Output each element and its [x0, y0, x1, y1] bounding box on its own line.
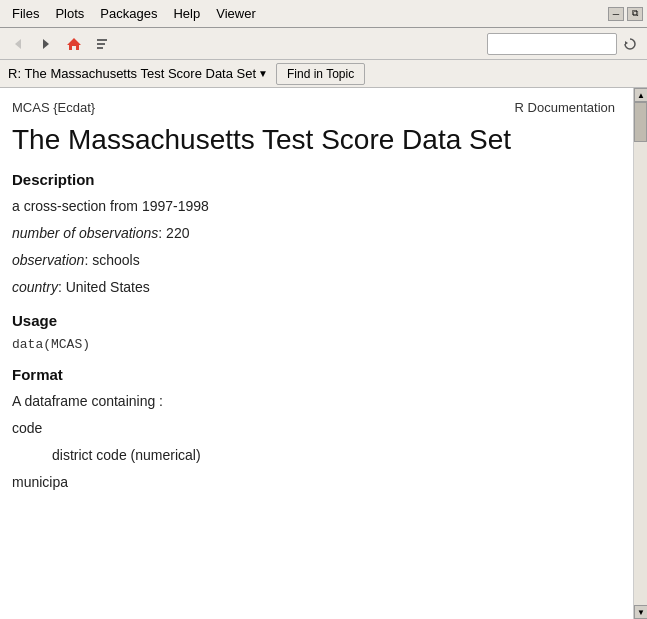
- description-value-observation: : schools: [84, 252, 139, 268]
- format-field2-name: municipa: [12, 472, 615, 493]
- doc-title: The Massachusetts Test Score Data Set: [12, 123, 615, 157]
- usage-heading: Usage: [12, 312, 615, 329]
- description-label-observations: number of observations: [12, 225, 158, 241]
- description-line4: country: United States: [12, 277, 615, 298]
- refresh-button[interactable]: [619, 33, 641, 55]
- svg-rect-5: [97, 47, 103, 49]
- scroll-thumb[interactable]: [634, 102, 647, 142]
- description-label-observation: observation: [12, 252, 84, 268]
- find-topic-button[interactable]: Find in Topic: [276, 63, 365, 85]
- svg-rect-3: [97, 39, 107, 41]
- restore-button[interactable]: ⧉: [627, 7, 643, 21]
- description-label-country: country: [12, 279, 58, 295]
- description-line3: observation: schools: [12, 250, 615, 271]
- doc-header-row: MCAS {Ecdat} R Documentation: [12, 100, 615, 115]
- format-heading: Format: [12, 366, 615, 383]
- menu-viewer[interactable]: Viewer: [208, 4, 264, 23]
- description-heading: Description: [12, 171, 615, 188]
- scrollbar: ▲ ▼: [633, 88, 647, 619]
- svg-marker-2: [67, 38, 81, 50]
- window-controls: ─ ⧉: [608, 7, 643, 21]
- location-bar: R: The Massachusetts Test Score Data Set…: [0, 60, 647, 88]
- current-location: R: The Massachusetts Test Score Data Set: [8, 66, 256, 81]
- search-input[interactable]: [487, 33, 617, 55]
- search-area: [487, 33, 641, 55]
- doc-package-ref: MCAS {Ecdat}: [12, 100, 95, 115]
- usage-code: data(MCAS): [12, 337, 615, 352]
- scroll-up-button[interactable]: ▲: [634, 88, 647, 102]
- svg-marker-0: [15, 39, 21, 49]
- scroll-track[interactable]: [634, 102, 647, 605]
- home-button[interactable]: [62, 32, 86, 56]
- menu-plots[interactable]: Plots: [47, 4, 92, 23]
- doc-source-label: R Documentation: [515, 100, 615, 115]
- format-field1-name: code: [12, 418, 615, 439]
- main-content: MCAS {Ecdat} R Documentation The Massach…: [0, 88, 647, 619]
- doc-area: MCAS {Ecdat} R Documentation The Massach…: [0, 88, 633, 619]
- svg-marker-1: [43, 39, 49, 49]
- format-field1-desc: district code (numerical): [52, 445, 615, 466]
- description-value-observations: : 220: [158, 225, 189, 241]
- svg-rect-4: [97, 43, 105, 45]
- minimize-button[interactable]: ─: [608, 7, 624, 21]
- location-dropdown-arrow[interactable]: ▼: [258, 68, 268, 79]
- description-value-country: : United States: [58, 279, 150, 295]
- menu-packages[interactable]: Packages: [92, 4, 165, 23]
- menu-files[interactable]: Files: [4, 4, 47, 23]
- location-text: R: The Massachusetts Test Score Data Set…: [8, 66, 268, 81]
- format-intro: A dataframe containing :: [12, 391, 615, 412]
- forward-button[interactable]: [34, 32, 58, 56]
- toolbar: [0, 28, 647, 60]
- description-line2: number of observations: 220: [12, 223, 615, 244]
- scroll-down-button[interactable]: ▼: [634, 605, 647, 619]
- history-button[interactable]: [90, 32, 114, 56]
- menu-bar: Files Plots Packages Help Viewer ─ ⧉: [0, 0, 647, 28]
- description-line1: a cross-section from 1997-1998: [12, 196, 615, 217]
- svg-marker-6: [625, 41, 628, 45]
- menu-help[interactable]: Help: [165, 4, 208, 23]
- back-button[interactable]: [6, 32, 30, 56]
